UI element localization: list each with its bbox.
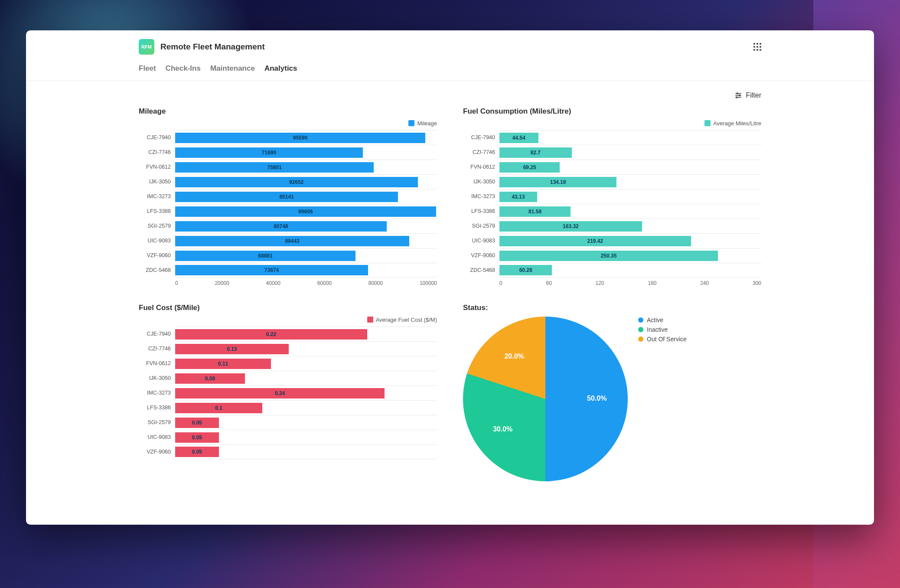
bar-row: CZI-774671690 (139, 145, 437, 160)
bar-track: 82.7 (499, 145, 761, 160)
bar-track: 163.32 (499, 219, 761, 233)
bar-track: 99606 (175, 204, 437, 219)
bar-category-label: UIC-9083 (139, 238, 175, 244)
bar[interactable]: 69.25 (499, 162, 560, 173)
bar[interactable]: 134.18 (499, 177, 616, 187)
bar[interactable]: 85141 (175, 192, 398, 202)
bar-category-label: CZI-7746 (139, 346, 175, 352)
bar-row: VZF-906068881 (139, 248, 437, 263)
bar-row: SGI-257980748 (139, 219, 437, 233)
bar-chart: CJE-79400.22CZI-77460.13FVN-06120.11IJK-… (139, 327, 437, 459)
bar[interactable]: 71690 (175, 147, 363, 158)
bar[interactable]: 89443 (175, 236, 409, 246)
bar[interactable]: 68881 (175, 251, 355, 261)
nav-maintenance[interactable]: Maintenance (210, 64, 255, 73)
nav-analytics[interactable]: Analytics (264, 64, 297, 73)
chart-title: Mileage (139, 107, 437, 116)
bar-row: IMC-32730.24 (139, 385, 437, 400)
brand-title: Remote Fleet Management (160, 42, 265, 52)
nav-check-ins[interactable]: Check-Ins (166, 64, 201, 73)
bar[interactable]: 0.22 (175, 329, 367, 340)
bar[interactable]: 99606 (175, 206, 436, 217)
bar[interactable]: 82.7 (499, 147, 572, 158)
bar-category-label: VZF-9060 (139, 449, 175, 455)
bar-track: 80748 (175, 219, 437, 233)
bar-track: 134.18 (499, 174, 761, 189)
pie-chart[interactable]: 50.0%30.0%20.0% (463, 317, 628, 481)
bar-category-label: SGI-2579 (139, 223, 175, 229)
bar[interactable]: 0.05 (175, 432, 219, 443)
x-axis: 020000400006000080000100000 (139, 280, 437, 286)
legend-label: Active (647, 317, 663, 323)
bar-chart: CJE-794044.54CZI-774682.7FVN-061269.25IJ… (463, 130, 761, 278)
bar-track: 81.58 (499, 204, 761, 219)
bar[interactable]: 250.35 (499, 251, 718, 261)
legend-item[interactable]: Active (638, 317, 687, 323)
chart-mileage: MileageMileageCJE-794095590CZI-774671690… (139, 107, 437, 286)
bar-category-label: CZI-7746 (463, 149, 499, 155)
bar[interactable]: 0.11 (175, 359, 271, 369)
axis-tick: 20000 (215, 280, 229, 286)
app-window: RFM Remote Fleet Management FleetCheck-I… (26, 30, 874, 525)
bar-track: 71690 (175, 145, 437, 160)
axis-tick: 40000 (266, 280, 280, 286)
bar-track: 60.28 (499, 263, 761, 278)
primary-nav: FleetCheck-InsMaintenanceAnalytics (26, 61, 874, 81)
bar[interactable]: 73674 (175, 265, 368, 275)
bar-track: 75801 (175, 160, 437, 174)
bar-category-label: VZF-9060 (463, 252, 499, 258)
bar-row: CJE-794044.54 (463, 130, 761, 145)
pie-wrap: 50.0%30.0%20.0%ActiveInactiveOut Of Serv… (463, 317, 761, 481)
bar[interactable]: 60.28 (499, 265, 552, 275)
bar[interactable]: 81.58 (499, 206, 571, 217)
charts-grid: MileageMileageCJE-794095590CZI-774671690… (139, 107, 761, 481)
legend-item[interactable]: Inactive (638, 326, 687, 333)
filter-button[interactable]: Filter (734, 91, 761, 99)
bar[interactable]: 0.08 (175, 373, 245, 384)
bar-track: 0.08 (175, 371, 437, 385)
bar[interactable]: 0.05 (175, 447, 219, 457)
bar[interactable]: 80748 (175, 221, 387, 232)
bar[interactable]: 0.05 (175, 418, 219, 428)
bar-track: 0.13 (175, 341, 437, 356)
nav-fleet[interactable]: Fleet (139, 64, 156, 73)
bar-track: 0.24 (175, 385, 437, 400)
bar[interactable]: 75801 (175, 162, 374, 173)
bar[interactable]: 43.13 (499, 192, 537, 202)
bar-category-label: SGI-2579 (463, 223, 499, 229)
bar[interactable]: 44.54 (499, 133, 538, 143)
chart-legend: Average Fuel Cost ($/M) (139, 317, 437, 323)
bar-track: 219.42 (499, 233, 761, 248)
bar-category-label: CJE-7940 (139, 331, 175, 337)
bar[interactable]: 163.32 (499, 221, 642, 232)
bar[interactable]: 0.24 (175, 388, 385, 399)
bar-category-label: SGI-2579 (139, 419, 175, 425)
bar[interactable]: 0.1 (175, 403, 262, 413)
apps-grid-icon[interactable] (753, 43, 761, 51)
bar-category-label: CZI-7746 (139, 149, 175, 155)
bar[interactable]: 95590 (175, 133, 425, 143)
bar-row: LFS-33860.1 (139, 400, 437, 415)
bar[interactable]: 92652 (175, 177, 418, 187)
axis-tick: 240 (700, 280, 709, 286)
bar[interactable]: 219.42 (499, 236, 691, 246)
axis-tick: 0 (175, 280, 178, 286)
svg-point-1 (737, 93, 738, 94)
header: RFM Remote Fleet Management (26, 30, 874, 61)
x-axis: 060120180240300 (463, 280, 761, 286)
bar-row: CJE-79400.22 (139, 327, 437, 341)
filter-icon (734, 91, 742, 99)
brand[interactable]: RFM Remote Fleet Management (139, 39, 265, 55)
bar-track: 85141 (175, 189, 437, 204)
bar-track: 0.11 (175, 356, 437, 371)
chart-title: Fuel Consumption (Miles/Litre) (463, 107, 761, 116)
chart-status: Status:50.0%30.0%20.0%ActiveInactiveOut … (463, 304, 761, 481)
bar-category-label: ZDC-5468 (139, 267, 175, 273)
axis-tick: 100000 (420, 280, 437, 286)
legend-item[interactable]: Out Of Service (638, 336, 687, 343)
chart-fuel_cost: Fuel Cost ($/Mile)Average Fuel Cost ($/M… (139, 304, 437, 481)
bar[interactable]: 0.13 (175, 344, 289, 354)
chart-legend: Average Miles/Litre (463, 120, 761, 127)
pie-slice-label: 30.0% (493, 425, 512, 433)
bar-category-label: IJK-3050 (139, 179, 175, 185)
